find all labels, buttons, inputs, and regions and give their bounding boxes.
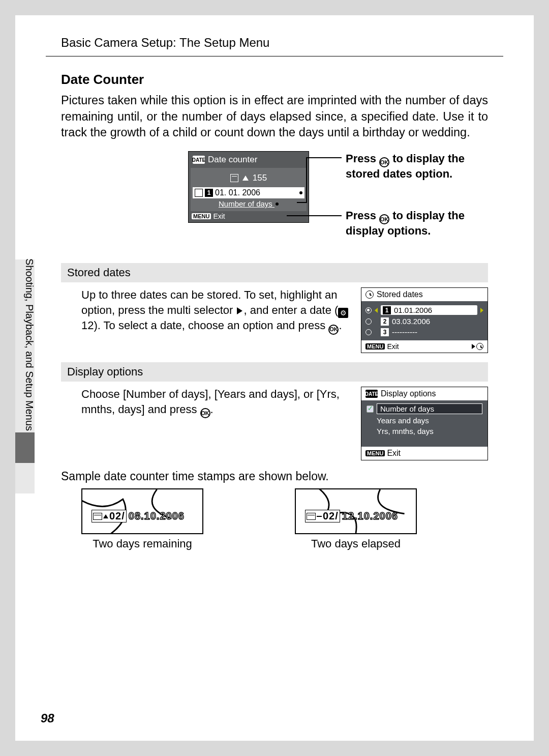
menu-button-icon: MENU xyxy=(365,343,385,350)
menu-button-icon: MENU xyxy=(192,213,211,219)
slot-date: 01. 01. 2006 xyxy=(215,188,260,197)
callout-anchor-icon xyxy=(299,191,302,194)
display-options-text: Choose [Number of days], [Years and days… xyxy=(81,387,351,418)
display-option-row: Number of days xyxy=(377,403,482,414)
display-mode-label: Number of days xyxy=(196,198,301,209)
display-options-lcd: DATE Display options Number of days Year… xyxy=(361,387,488,460)
slot-number-icon: 1 xyxy=(383,306,391,314)
ok-icon: OK xyxy=(379,214,389,224)
callout-anchor-icon xyxy=(276,202,279,206)
menu-button-icon: MENU xyxy=(365,450,385,456)
section-tab: Shooting, Playback, and Setup Menus xyxy=(15,259,35,493)
section-title: Date Counter xyxy=(61,72,503,88)
stored-dates-lcd-title: Stored dates xyxy=(377,290,423,299)
callout-line xyxy=(306,157,307,203)
callout-stored-dates: Press OK to display the stored dates opt… xyxy=(346,152,498,181)
date-counter-lcd: DATE Date counter 155 1 01. 01. 2006 Num… xyxy=(188,151,309,223)
up-triangle-icon xyxy=(242,176,249,181)
exit-label: Exit xyxy=(387,342,399,351)
sample-image-remaining: 02/ 08.10.2006 xyxy=(81,488,203,534)
section-tab-label: Shooting, Playback, and Setup Menus xyxy=(23,258,35,431)
sample-caption: Two days elapsed xyxy=(285,537,427,550)
manual-ref-icon: ⚙ xyxy=(338,308,348,318)
check-icon xyxy=(367,405,374,413)
play-icon xyxy=(472,344,475,349)
stored-dates-heading: Stored dates xyxy=(61,263,488,282)
page-number: 98 xyxy=(41,711,54,725)
stamp-count: 02/ xyxy=(109,510,125,522)
samples-intro: Sample date counter time stamps are show… xyxy=(61,470,488,483)
radio-icon xyxy=(365,307,372,313)
display-options-lcd-title: Display options xyxy=(381,389,436,398)
calendar-icon xyxy=(195,189,203,197)
sample-image-elapsed: 02/ 12.10.2006 xyxy=(295,488,417,534)
ok-icon: OK xyxy=(379,157,389,167)
stored-date-value: 01.01.2006 xyxy=(394,306,432,314)
callout-line xyxy=(306,157,342,158)
date-counter-lcd-figure: DATE Date counter 155 1 01. 01. 2006 Num… xyxy=(188,151,503,243)
clock-icon xyxy=(476,343,483,350)
callout-display-options: Press OK to display the display options. xyxy=(346,209,498,238)
stamp-count: 02/ xyxy=(323,510,339,522)
date-icon: DATE xyxy=(193,156,205,164)
intro-paragraph: Pictures taken while this option is in e… xyxy=(61,93,488,141)
radio-icon xyxy=(365,329,372,335)
calendar-icon xyxy=(230,174,238,182)
slot-number-icon: 1 xyxy=(205,189,213,197)
stored-date-value: 03.03.2006 xyxy=(392,317,430,326)
stored-dates-lcd: Stored dates 1 01.01.2006 2 03.03.2006 xyxy=(361,287,488,353)
page-header: Basic Camera Setup: The Setup Menu xyxy=(46,36,503,56)
display-option-row: Years and days xyxy=(377,416,429,425)
exit-label: Exit xyxy=(213,212,225,220)
left-arrow-icon xyxy=(375,308,378,313)
stamp-date: 12.10.2006 xyxy=(342,510,398,522)
display-options-heading: Display options xyxy=(61,362,488,382)
calendar-icon xyxy=(93,513,102,520)
slot-number-icon: 2 xyxy=(381,317,389,326)
stored-date-value: ---------- xyxy=(392,328,417,336)
date-slot-line: 1 01. 01. 2006 xyxy=(193,187,304,198)
minus-icon xyxy=(317,516,322,517)
sample-left: 02/ 08.10.2006 Two days remaining xyxy=(71,488,214,550)
calendar-icon xyxy=(307,513,316,520)
sample-right: 02/ 12.10.2006 Two days elapsed xyxy=(285,488,427,550)
up-triangle-icon xyxy=(103,514,108,518)
radio-icon xyxy=(365,318,372,325)
ok-icon: OK xyxy=(328,325,339,335)
ok-icon: OK xyxy=(200,408,210,418)
callout-line xyxy=(287,215,342,216)
stored-dates-text: Up to three dates can be stored. To set,… xyxy=(81,287,351,335)
slot-number-icon: 3 xyxy=(381,328,389,336)
callout-line xyxy=(297,202,307,203)
date-icon: DATE xyxy=(365,390,378,398)
display-option-row: Yrs, mnths, days xyxy=(377,427,434,435)
stamp-date: 08.10.2006 xyxy=(129,510,185,522)
exit-label: Exit xyxy=(387,449,401,458)
clock-icon xyxy=(365,290,374,299)
right-triangle-icon xyxy=(237,307,242,314)
right-arrow-icon xyxy=(480,308,483,313)
sample-caption: Two days remaining xyxy=(71,537,214,550)
counter-value: 155 xyxy=(253,173,267,183)
lcd-title: Date counter xyxy=(208,155,257,165)
